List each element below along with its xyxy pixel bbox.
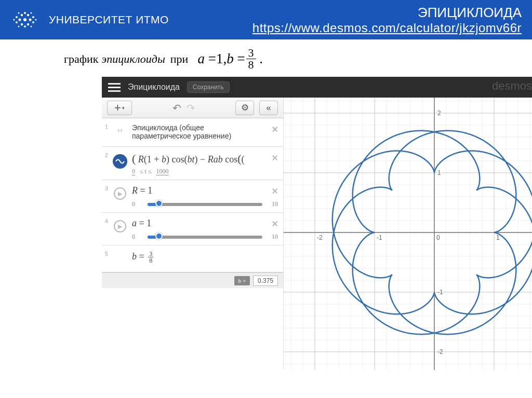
note-icon: " [117, 126, 123, 142]
play-icon[interactable]: ▶ [114, 220, 126, 232]
svg-point-6 [32, 21, 34, 23]
svg-point-13 [14, 19, 15, 21]
save-button[interactable]: Сохранить [187, 81, 230, 93]
svg-point-2 [29, 19, 32, 21]
delete-icon[interactable]: × [272, 218, 278, 230]
note-line1: Эпициклоида (общее [132, 123, 278, 132]
play-icon[interactable]: ▶ [114, 187, 126, 200]
formula-text: ( R(1 + b) cos(bt) − Rab cos(( [132, 152, 278, 166]
svg-point-12 [24, 25, 26, 28]
svg-point-7 [21, 14, 23, 16]
svg-text:0: 0 [436, 234, 440, 241]
svg-point-4 [16, 21, 18, 23]
desmos-brand: desmos [492, 79, 532, 93]
slider-label: R = 1 [132, 185, 278, 196]
expression-panel: +▾ ↶ ↷ ⚙ « 1 " Эпициклоида (общее [102, 98, 284, 370]
slider[interactable]: 0 10 [132, 233, 278, 241]
svg-text:-2: -2 [317, 234, 323, 241]
svg-point-18 [31, 26, 32, 28]
svg-point-1 [19, 19, 21, 21]
svg-text:-1: -1 [437, 289, 443, 296]
svg-point-3 [16, 16, 18, 18]
slider-track[interactable] [148, 203, 262, 206]
svg-text:1: 1 [437, 169, 441, 176]
footer-value[interactable]: 0.375 [253, 276, 278, 286]
svg-point-15 [18, 12, 20, 14]
expression-row[interactable]: 1 " Эпициклоида (общее параметрическое у… [102, 118, 283, 147]
menu-icon[interactable] [108, 83, 121, 92]
header-right: ЭПИЦИКЛОИДА https://www.desmos.com/calcu… [252, 5, 522, 35]
svg-point-14 [35, 19, 37, 21]
slider-track[interactable] [148, 236, 262, 239]
graph-svg: -2-101-2-112 [284, 98, 532, 370]
undo-button[interactable]: ↶ [172, 102, 181, 114]
svg-point-16 [31, 12, 32, 14]
graph-label: график [64, 52, 99, 66]
add-button[interactable]: +▾ [107, 101, 132, 115]
curve-name: эпициклоиды [102, 52, 165, 66]
slider-label: a = 1 [132, 218, 278, 229]
desmos-link[interactable]: https://www.desmos.com/calculator/jkzjom… [252, 21, 522, 35]
svg-point-0 [23, 18, 26, 21]
desmos-topbar: Эпициклоида Сохранить desmos [102, 77, 532, 98]
collapse-button[interactable]: « [259, 101, 278, 115]
panel-toolbar: +▾ ↶ ↷ ⚙ « [102, 98, 283, 118]
logo-text: УНИВЕРСИТЕТ ИТМО [49, 13, 169, 26]
footer-var: b = [234, 276, 250, 285]
logo-area: УНИВЕРСИТЕТ ИТМО [10, 8, 169, 32]
redo-button[interactable]: ↷ [187, 102, 195, 114]
formula-params: a = 1 , b = 38 . [197, 47, 263, 71]
b-value: b = 38 [132, 251, 278, 264]
svg-point-8 [27, 14, 29, 16]
expression-row[interactable]: 2 ( R(1 + b) cos(bt) − Rab cos(( 0 ≤ t ≤… [102, 147, 283, 180]
slider-handle[interactable] [155, 200, 163, 207]
t-range: 0 ≤ t ≤ 1000 [132, 168, 278, 175]
graph-area[interactable]: -2-101-2-112 [284, 98, 532, 370]
expression-row[interactable]: 3 ▶ R = 1 0 10 [102, 180, 283, 213]
svg-point-10 [27, 23, 29, 25]
expression-list: 1 " Эпициклоида (общее параметрическое у… [102, 118, 283, 272]
desmos-body: +▾ ↶ ↷ ⚙ « 1 " Эпициклоида (общее [102, 98, 532, 370]
svg-point-11 [24, 12, 26, 14]
expression-row[interactable]: 4 ▶ a = 1 0 10 [102, 213, 283, 245]
slide-title: ЭПИЦИКЛОИДА [252, 5, 522, 21]
delete-icon[interactable]: × [272, 152, 278, 164]
itmo-logo-icon [10, 8, 39, 32]
desmos-title: Эпициклоида [128, 83, 180, 92]
svg-point-5 [32, 16, 34, 18]
delete-icon[interactable]: × [272, 185, 278, 197]
svg-point-17 [18, 26, 20, 28]
settings-button[interactable]: ⚙ [235, 101, 254, 115]
slide-header: УНИВЕРСИТЕТ ИТМО ЭПИЦИКЛОИДА https://www… [0, 0, 532, 39]
panel-footer: b = 0.375 [102, 272, 283, 288]
content-area: график эпициклоиды при a = 1 , b = 38 . … [0, 39, 532, 388]
slider[interactable]: 0 10 [132, 200, 278, 208]
at-label: при [170, 52, 189, 66]
svg-text:-1: -1 [377, 234, 382, 241]
slider-handle[interactable] [155, 232, 163, 240]
formula-caption: график эпициклоиды при a = 1 , b = 38 . [0, 47, 532, 71]
svg-text:-2: -2 [437, 348, 443, 355]
expression-row[interactable]: 5 b = 38 [102, 245, 283, 272]
desmos-app: Эпициклоида Сохранить desmos +▾ ↶ ↷ ⚙ « [102, 77, 532, 388]
delete-icon[interactable]: × [272, 123, 278, 135]
parametric-icon[interactable] [113, 154, 127, 169]
svg-point-9 [21, 23, 23, 25]
note-line2: параметрическое уравнение) [132, 132, 278, 140]
svg-text:2: 2 [437, 109, 441, 117]
